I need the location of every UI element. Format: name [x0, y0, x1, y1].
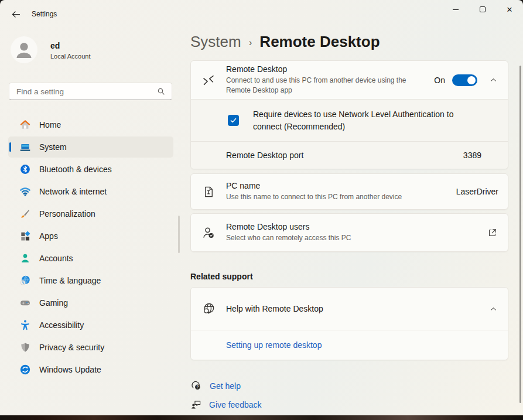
maximize-button[interactable] [469, 0, 496, 19]
content-scrollbar[interactable] [519, 66, 521, 403]
remote-desktop-group: Remote Desktop Connect to and use this P… [190, 60, 508, 169]
users-check-icon [191, 226, 226, 240]
sidebar-item-gaming[interactable]: Gaming [8, 292, 173, 313]
help-label: Help with Remote Desktop [226, 304, 477, 313]
time-language-icon [19, 275, 31, 286]
sidebar-item-label: Network & internet [39, 187, 107, 196]
close-icon: ✕ [507, 6, 513, 13]
sidebar-nav: Home System Bluetooth & devices Network … [0, 113, 182, 381]
search-input[interactable] [16, 87, 156, 96]
sidebar-item-apps[interactable]: Apps [8, 226, 173, 247]
sidebar-item-label: Apps [39, 231, 58, 241]
help-header-row[interactable]: Help with Remote Desktop [191, 288, 508, 330]
help-group: Help with Remote Desktop Setting up remo… [190, 287, 508, 360]
chevron-up-icon [489, 305, 498, 313]
account-name: ed [50, 41, 60, 50]
sidebar-item-accounts[interactable]: Accounts [8, 248, 173, 269]
sidebar-item-home[interactable]: Home [8, 114, 173, 135]
accessibility-icon [19, 319, 31, 331]
setting-up-remote-desktop-link[interactable]: Setting up remote desktop [226, 340, 322, 350]
pc-name-title: PC name [226, 181, 456, 190]
svg-text:?: ? [196, 385, 199, 389]
remote-desktop-description: Connect to and use this PC from another … [226, 76, 421, 95]
users-description: Select who can remotely access this PC [226, 233, 487, 243]
sidebar-item-label: Home [39, 120, 61, 129]
pc-name-card: PC name Use this name to connect to this… [190, 173, 508, 210]
chevron-up-icon [489, 76, 498, 84]
sidebar-item-label: System [39, 142, 67, 152]
personalization-icon [19, 208, 31, 220]
accounts-icon [19, 252, 31, 264]
back-button[interactable] [7, 7, 25, 21]
port-row: Remote Desktop port 3389 [191, 141, 508, 169]
nla-row: Require devices to use Network Level Aut… [191, 99, 508, 141]
settings-window: Settings ✕ ed Local Account Home System … [0, 0, 523, 416]
sidebar-item-label: Personalization [39, 209, 95, 218]
search-box [9, 83, 172, 100]
sidebar-item-label: Privacy & security [39, 343, 104, 352]
port-value: 3389 [463, 151, 481, 160]
sidebar-item-network-internet[interactable]: Network & internet [8, 181, 173, 202]
maximize-icon [480, 6, 486, 12]
pc-name-value: LaserDriver [456, 187, 498, 196]
avatar[interactable] [11, 36, 37, 63]
close-button[interactable]: ✕ [496, 0, 523, 19]
sidebar-item-privacy-security[interactable]: Privacy & security [8, 337, 173, 358]
remote-desktop-collapse-button[interactable] [484, 71, 502, 89]
remote-desktop-header-row[interactable]: Remote Desktop Connect to and use this P… [191, 61, 508, 99]
account-type: Local Account [50, 53, 91, 60]
sidebar-item-system[interactable]: System [8, 136, 173, 158]
toggle-state-label: On [434, 76, 445, 85]
page-title: Remote Desktop [259, 33, 380, 51]
get-help-item: ? Get help [191, 380, 241, 391]
windows-update-icon [19, 364, 31, 375]
sidebar-item-label: Windows Update [39, 365, 101, 374]
pc-name-description: Use this name to connect to this PC from… [226, 192, 456, 202]
breadcrumb: System › Remote Desktop [190, 33, 380, 51]
search-icon [156, 87, 166, 96]
minimize-icon [453, 9, 459, 10]
app-title: Settings [32, 10, 57, 18]
sidebar-item-label: Bluetooth & devices [39, 165, 112, 174]
give-feedback-item: Give feedback [190, 399, 262, 410]
remote-desktop-toggle[interactable] [452, 74, 477, 86]
breadcrumb-parent[interactable]: System [190, 33, 241, 51]
sidebar-item-accessibility[interactable]: Accessibility [8, 315, 173, 336]
port-label: Remote Desktop port [226, 151, 463, 160]
home-icon [19, 119, 31, 131]
remote-desktop-icon [191, 73, 226, 87]
users-title: Remote Desktop users [226, 222, 487, 231]
users-row: Remote Desktop users Select who can remo… [191, 214, 508, 251]
get-help-icon: ? [191, 380, 202, 391]
give-feedback-link[interactable]: Give feedback [209, 400, 262, 409]
desktop-background-strip [0, 415, 523, 420]
sidebar-item-time-language[interactable]: Time & language [8, 270, 173, 291]
remote-desktop-users-card[interactable]: Remote Desktop users Select who can remo… [190, 213, 508, 252]
sidebar-item-windows-update[interactable]: Windows Update [8, 359, 173, 380]
pc-name-document-icon [191, 185, 226, 199]
globe-search-icon [191, 302, 226, 316]
remote-desktop-title: Remote Desktop [226, 64, 434, 74]
breadcrumb-separator-icon: › [249, 37, 252, 49]
nla-label: Require devices to use Network Level Aut… [253, 108, 484, 133]
get-help-link[interactable]: Get help [210, 381, 241, 391]
help-link-row: Setting up remote desktop [191, 330, 508, 360]
checkmark-icon [230, 117, 237, 124]
give-feedback-icon [190, 399, 201, 410]
toggle-knob [467, 76, 476, 84]
external-link-icon[interactable] [487, 228, 497, 238]
privacy-security-icon [19, 342, 31, 353]
sidebar-item-label: Accounts [39, 254, 73, 263]
sidebar-item-bluetooth-devices[interactable]: Bluetooth & devices [8, 159, 173, 180]
sidebar-item-personalization[interactable]: Personalization [8, 203, 173, 224]
window-controls: ✕ [442, 0, 523, 19]
sidebar-item-label: Time & language [39, 276, 101, 285]
minimize-button[interactable] [442, 0, 469, 19]
apps-icon [19, 230, 31, 242]
help-collapse-button[interactable] [484, 300, 502, 317]
related-support-heading: Related support [190, 272, 253, 281]
sidebar-scrollbar[interactable] [178, 216, 180, 253]
nla-checkbox[interactable] [228, 115, 239, 126]
network-icon [19, 186, 31, 197]
back-arrow-icon [11, 9, 21, 19]
